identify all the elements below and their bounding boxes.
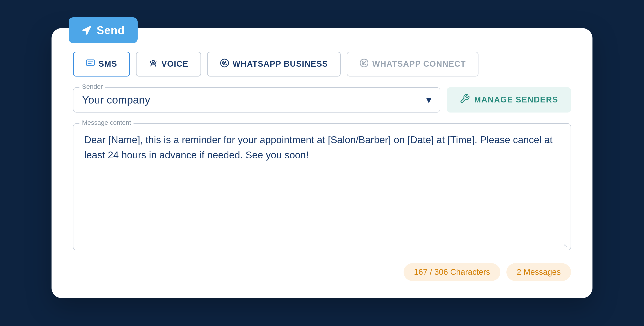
sender-dropdown[interactable]: Your company ▾ <box>82 94 431 106</box>
whatsapp-connect-icon <box>359 58 369 70</box>
svg-rect-0 <box>86 60 94 65</box>
whatsapp-business-icon <box>220 58 229 70</box>
tab-whatsapp-connect[interactable]: WHATSAPP CONNECT <box>347 52 478 77</box>
sender-dropdown-wrapper: Sender Your company ▾ <box>73 87 440 113</box>
manage-senders-icon <box>460 94 470 106</box>
manage-senders-text: MANAGE SENDERS <box>474 95 558 104</box>
tabs-row: SMS VOICE <box>73 52 571 77</box>
svg-point-1 <box>152 60 154 63</box>
tab-voice-label: VOICE <box>162 59 188 69</box>
outer-container: Send SMS <box>32 15 612 311</box>
message-label: Message content <box>80 119 134 126</box>
send-button[interactable]: Send <box>69 17 138 43</box>
char-count-row: 167 / 306 Characters 2 Messages <box>73 263 571 281</box>
sender-value: Your company <box>82 94 150 106</box>
tab-whatsapp-business[interactable]: WHATSAPP BUSINESS <box>207 52 341 77</box>
send-icon <box>82 25 92 35</box>
send-label: Send <box>96 24 125 37</box>
sender-section: Sender Your company ▾ MANAGE SENDERS <box>73 87 571 113</box>
manage-senders-button[interactable]: MANAGE SENDERS <box>447 87 571 113</box>
characters-badge: 167 / 306 Characters <box>404 263 500 281</box>
tab-whatsapp-business-label: WHATSAPP BUSINESS <box>233 59 328 69</box>
tab-voice[interactable]: VOICE <box>136 52 201 77</box>
tab-whatsapp-connect-label: WHATSAPP CONNECT <box>372 59 466 69</box>
message-section: Message content Dear [Name], this is a r… <box>73 123 571 250</box>
messages-badge: 2 Messages <box>506 263 571 281</box>
voice-icon <box>148 58 158 70</box>
tab-sms-label: SMS <box>98 59 117 69</box>
sms-icon <box>86 58 95 70</box>
tab-sms[interactable]: SMS <box>73 52 130 77</box>
message-content[interactable]: Dear [Name], this is a reminder for your… <box>84 132 560 163</box>
main-card: Send SMS <box>52 28 592 298</box>
dropdown-arrow-icon: ▾ <box>426 94 431 106</box>
resize-handle-icon: ⤡ <box>564 243 569 248</box>
sender-label: Sender <box>80 83 106 90</box>
